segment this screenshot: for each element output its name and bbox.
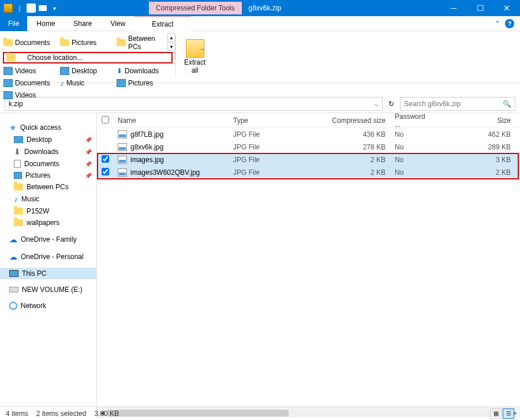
- sidebar-network[interactable]: Network: [0, 300, 96, 312]
- file-name: images.jpg: [130, 156, 164, 164]
- qat-dropdown-icon[interactable]: ▾: [50, 3, 59, 13]
- file-type: JPG File: [229, 143, 315, 151]
- window-title: g8xv6k.zip: [242, 4, 289, 12]
- destination-documents[interactable]: Documents: [2, 77, 58, 89]
- qat-properties-icon[interactable]: ✓: [27, 3, 36, 13]
- menu-bar: File Home Share View Extract ⌃ ?: [0, 16, 520, 31]
- file-row[interactable]: g8f7LB.jpgJPG File436 KBNo462 KB: [97, 128, 520, 141]
- select-all-checkbox[interactable]: [102, 116, 109, 123]
- search-box[interactable]: 🔍: [400, 97, 515, 111]
- sidebar-item-label: Pictures: [25, 171, 50, 179]
- folder-icon: [14, 183, 23, 190]
- qat-separator: |: [15, 3, 24, 13]
- sidebar-item-downloads[interactable]: ⬇Downloads📌: [0, 145, 96, 158]
- folder-icon: [3, 39, 13, 46]
- navigation-pane: ★ Quick access Desktop📌⬇Downloads📌Docume…: [0, 113, 97, 418]
- extract-tab[interactable]: Extract: [134, 16, 190, 31]
- destination-between-pcs[interactable]: Between PCs: [115, 33, 171, 52]
- desktop-icon: [14, 136, 23, 143]
- sidebar-quick-access[interactable]: ★ Quick access: [0, 121, 96, 134]
- search-input[interactable]: [404, 100, 511, 108]
- pc-icon: [9, 270, 18, 277]
- sidebar-onedrive-personal[interactable]: ☁ OneDrive - Personal: [0, 250, 96, 263]
- file-size: 2 KB: [436, 168, 520, 177]
- home-tab[interactable]: Home: [27, 16, 64, 31]
- destination-documents[interactable]: Documents: [2, 33, 58, 52]
- sidebar-this-pc[interactable]: This PC: [0, 268, 96, 279]
- status-bar: 4 items 2 items selected 3.80 KB ▦ ☰: [0, 406, 520, 420]
- destination-pictures[interactable]: Pictures: [115, 77, 171, 89]
- close-button[interactable]: ✕: [493, 0, 520, 16]
- onedrive-personal-label: OneDrive - Personal: [21, 253, 84, 261]
- minimize-button[interactable]: ─: [440, 0, 467, 16]
- desktop-icon: [60, 67, 69, 75]
- view-large-icons-button[interactable]: ▦: [490, 408, 502, 419]
- help-icon[interactable]: ?: [505, 19, 514, 28]
- drive-icon: [9, 287, 18, 292]
- extract-all-button[interactable]: Extract all: [178, 31, 211, 82]
- destination-pictures[interactable]: Pictures: [59, 33, 114, 52]
- file-name: g8f7LB.jpg: [130, 130, 163, 138]
- view-tab[interactable]: View: [101, 16, 134, 31]
- sidebar-new-volume[interactable]: NEW VOLUME (E:): [0, 284, 96, 295]
- file-password: No: [390, 168, 436, 177]
- sidebar-item-label: Documents: [24, 160, 59, 168]
- sidebar-item-p152w[interactable]: P152W: [0, 205, 96, 217]
- destination-videos[interactable]: Videos: [2, 66, 58, 76]
- destination-label: Videos: [15, 91, 36, 99]
- address-bar[interactable]: k.zip ⌵: [5, 97, 383, 111]
- folder-icon: [14, 208, 23, 215]
- destination-label: Documents: [15, 39, 50, 47]
- file-checkbox[interactable]: [102, 168, 109, 175]
- gallery-scroll-down-icon[interactable]: ▼: [167, 43, 175, 51]
- file-row[interactable]: images.jpgJPG File2 KBNo3 KB: [97, 153, 520, 166]
- column-type[interactable]: Type: [229, 117, 315, 125]
- file-row[interactable]: images3W602QBV.jpgJPG File2 KBNo2 KB: [97, 166, 520, 179]
- destination-label: Videos: [15, 67, 36, 75]
- sidebar-onedrive-family[interactable]: ☁ OneDrive - Family: [0, 233, 96, 246]
- sidebar-item-wallpapers[interactable]: wallpapers: [0, 217, 96, 228]
- choose-location-button[interactable]: Choose location...: [3, 52, 173, 63]
- qat-new-folder-icon[interactable]: [38, 3, 47, 13]
- sidebar-item-desktop[interactable]: Desktop📌: [0, 134, 96, 145]
- column-compressed-size[interactable]: Compressed size: [315, 117, 390, 125]
- file-password: No: [390, 156, 436, 164]
- cloud-icon: ☁: [9, 235, 17, 244]
- maximize-button[interactable]: ☐: [467, 0, 493, 16]
- destination-music[interactable]: ♪Music: [59, 77, 114, 89]
- destination-downloads[interactable]: ⬇Downloads: [115, 66, 171, 76]
- sidebar-item-label: Music: [21, 195, 39, 203]
- music-icon: ♪: [14, 194, 18, 204]
- view-details-button[interactable]: ☰: [503, 408, 514, 419]
- sidebar-item-pictures[interactable]: Pictures📌: [0, 170, 96, 181]
- sidebar-item-between-pcs[interactable]: Between PCs: [0, 181, 96, 193]
- destination-videos[interactable]: Videos: [2, 90, 58, 100]
- file-size: 462 KB: [436, 130, 520, 138]
- sidebar-item-music[interactable]: ♪Music: [0, 193, 96, 205]
- quick-access-toolbar: | ✓ ▾: [0, 3, 62, 13]
- file-name: images3W602QBV.jpg: [130, 168, 200, 177]
- destination-desktop[interactable]: Desktop: [59, 66, 114, 76]
- gallery-scroll-up-icon[interactable]: ▲: [167, 33, 175, 42]
- file-row[interactable]: g8xv6k.jpgJPG File278 KBNo289 KB: [97, 141, 520, 153]
- destination-label: Pictures: [128, 79, 153, 87]
- column-name[interactable]: Name: [113, 117, 229, 125]
- share-tab[interactable]: Share: [64, 16, 101, 31]
- file-type: JPG File: [229, 130, 315, 138]
- context-tab-label: Compressed Folder Tools: [149, 2, 242, 14]
- file-password: No: [390, 143, 436, 151]
- status-size: 3.80 KB: [94, 410, 119, 418]
- network-label: Network: [21, 302, 46, 310]
- column-size[interactable]: Size: [436, 117, 520, 125]
- column-password[interactable]: Password ...: [390, 113, 436, 129]
- file-list: g8f7LB.jpgJPG File436 KBNo462 KBg8xv6k.j…: [97, 128, 520, 179]
- destination-label: Desktop: [72, 67, 97, 75]
- pic-icon: [117, 79, 126, 87]
- sidebar-item-documents[interactable]: Documents📌: [0, 158, 96, 170]
- file-menu[interactable]: File: [0, 16, 27, 31]
- file-checkbox[interactable]: [102, 155, 109, 163]
- collapse-ribbon-icon[interactable]: ⌃: [495, 20, 500, 28]
- address-dropdown-icon[interactable]: ⌵: [375, 100, 379, 108]
- refresh-button[interactable]: ↻: [385, 97, 398, 110]
- destination-label: Between PCs: [128, 35, 170, 51]
